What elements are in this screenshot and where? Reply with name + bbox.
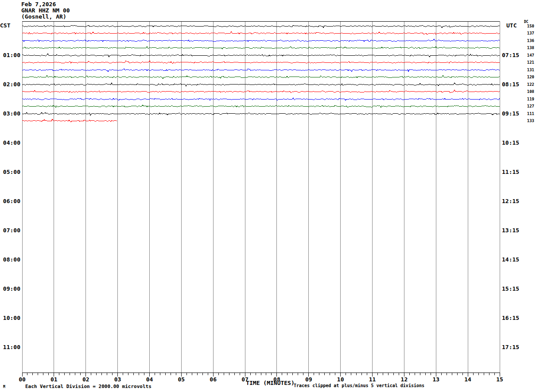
dc-value: 119: [517, 97, 534, 101]
trace-row-5: [22, 61, 500, 64]
minute-tick-label: 14: [461, 376, 474, 383]
dc-value: 120: [517, 75, 534, 79]
right-hour-label: 15:15: [502, 285, 519, 292]
dc-value: 133: [517, 119, 534, 123]
clipping-note: Traces clipped at plus/minus 5 vertical …: [294, 383, 424, 388]
x-axis: [22, 373, 500, 377]
dc-value: 131: [517, 68, 534, 72]
minute-tick-label: 00: [16, 376, 29, 383]
left-hour-label: 08:00: [0, 256, 20, 263]
dc-value: 108: [517, 89, 534, 94]
left-hour-label: 09:00: [0, 285, 20, 292]
left-hour-label: 07:00: [0, 227, 20, 234]
right-hour-label: 09:15: [502, 110, 519, 117]
dc-value: 147: [517, 53, 534, 58]
left-hour-label: 05:00: [0, 169, 20, 175]
header-location: (Gosnell, AR): [21, 14, 66, 20]
seismogram-plot: [0, 0, 536, 392]
dc-value: 137: [517, 31, 534, 35]
trace-row-2: [22, 39, 500, 42]
right-axis-title: UTC: [506, 22, 517, 29]
right-hour-label: 10:15: [502, 139, 519, 146]
left-hour-label: 10:00: [0, 315, 20, 321]
dc-value: 136: [517, 38, 534, 43]
right-hour-label: 17:15: [502, 344, 519, 350]
dc-value: 138: [517, 46, 534, 50]
helicorder-page: Feb 7,2026 GNAR HHZ NM 00 (Gosnell, AR) …: [0, 0, 536, 392]
traces: [22, 25, 500, 122]
left-hour-label: 03:00: [0, 110, 20, 117]
right-hour-label: 08:15: [502, 81, 519, 88]
left-hour-label: 02:00: [0, 81, 20, 88]
dc-value: 127: [517, 104, 534, 108]
trace-row-13: [22, 119, 117, 122]
corner-mark: M: [3, 385, 5, 389]
trace-row-3: [22, 46, 500, 49]
minute-tick-label: 04: [143, 376, 156, 383]
minute-tick-label: 01: [47, 376, 61, 383]
left-hour-label: 04:00: [0, 139, 20, 146]
trace-row-7: [22, 75, 500, 79]
dc-column-title: DC: [524, 20, 528, 24]
header-date: Feb 7,2026: [21, 1, 56, 8]
trace-row-1: [22, 31, 500, 35]
dc-value: 150: [517, 24, 534, 28]
header-station: GNAR HHZ NM 00: [21, 8, 70, 14]
left-axis-title: CST: [0, 22, 10, 29]
trace-row-10: [22, 98, 500, 100]
dc-value: 111: [517, 111, 534, 116]
minute-tick-label: 13: [429, 376, 443, 383]
minute-tick-label: 02: [79, 376, 93, 383]
minute-tick-label: 15: [493, 376, 506, 383]
left-hour-label: 06:00: [0, 198, 20, 204]
trace-row-0: [22, 25, 500, 28]
dc-value: 121: [517, 60, 534, 65]
right-hour-label: 16:15: [502, 315, 519, 321]
left-hour-label: 01:00: [0, 52, 20, 58]
vertical-division-note: Each Vertical Division = 2000.00 microvo…: [25, 384, 151, 389]
right-hour-label: 07:15: [502, 52, 519, 58]
left-hour-label: 11:00: [0, 344, 20, 350]
trace-row-11: [22, 105, 500, 108]
trace-row-6: [22, 69, 500, 72]
right-hour-label: 11:15: [502, 169, 519, 175]
trace-row-4: [22, 54, 500, 57]
right-hour-label: 12:15: [502, 198, 519, 204]
minute-tick-label: 05: [175, 376, 188, 383]
minute-tick-label: 03: [111, 376, 124, 383]
trace-row-12: [22, 112, 500, 115]
minute-tick-label: 12: [397, 376, 411, 383]
dc-value: 122: [517, 82, 534, 87]
right-hour-label: 13:15: [502, 227, 519, 234]
minute-gridlines: [22, 21, 500, 373]
trace-row-9: [22, 90, 500, 93]
trace-row-8: [22, 83, 500, 86]
minute-tick-label: 11: [366, 376, 379, 383]
right-hour-label: 14:15: [502, 256, 519, 263]
